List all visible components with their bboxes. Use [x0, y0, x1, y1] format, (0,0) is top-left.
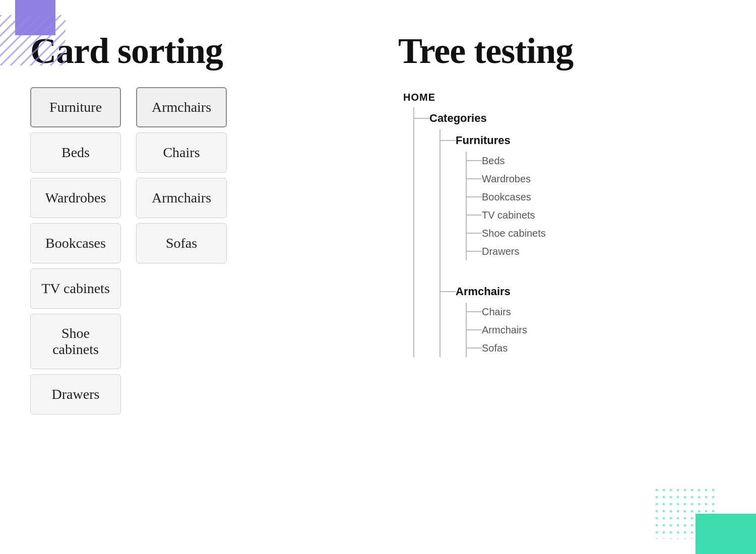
stripe-pattern — [0, 15, 66, 65]
card-armchairs-header[interactable]: Armchairs — [136, 87, 227, 127]
tree-categories-branch: Categories Furnitures — [413, 107, 726, 357]
tree-visualization: HOME Categories — [398, 87, 726, 357]
card-column-1: Furniture Beds Wardrobes Bookcases TV ca… — [30, 87, 121, 420]
home-label: HOME — [403, 92, 435, 103]
wardrobes-label: Wardrobes — [482, 173, 531, 185]
tree-row-wardrobes: Wardrobes — [467, 170, 726, 188]
card-sorting-title: Card sorting — [30, 30, 378, 72]
svg-rect-1 — [0, 15, 66, 65]
drawers-label: Drawers — [482, 246, 519, 257]
armchairs-children: Chairs Armchairs Sofas — [466, 303, 726, 357]
tree-row-sofas: Sofas — [467, 339, 726, 357]
armchairs-items: Chairs Armchairs Sofas — [467, 303, 726, 357]
card-armchairs[interactable]: Armchairs — [136, 178, 227, 218]
tree-row-categories: Categories — [414, 107, 726, 129]
card-column-2: Armchairs Chairs Armchairs Sofas — [136, 87, 227, 420]
furnitures-items: Beds Wardrobes Bookcases — [467, 152, 726, 260]
card-chairs[interactable]: Chairs — [136, 132, 227, 173]
furnitures-label: Furnitures — [456, 134, 511, 147]
left-panel: Card sorting Furniture Beds Wardrobes Bo… — [30, 10, 378, 544]
card-sofas[interactable]: Sofas — [136, 223, 227, 263]
card-furniture[interactable]: Furniture — [30, 87, 121, 127]
beds-label: Beds — [482, 155, 505, 167]
tree-row-drawers: Drawers — [467, 242, 726, 260]
card-bookcases[interactable]: Bookcases — [30, 223, 121, 263]
right-panel: Tree testing HOME Categories — [378, 10, 726, 544]
card-beds[interactable]: Beds — [30, 132, 121, 173]
deco-bottom-right — [665, 494, 756, 554]
armchairs-category-label: Armchairs — [456, 285, 511, 298]
furnitures-branch: Furnitures Beds — [439, 129, 726, 357]
armchairs-item-label: Armchairs — [482, 324, 527, 336]
tree-row-armchairs-item: Armchairs — [467, 321, 726, 339]
chairs-label: Chairs — [482, 306, 511, 318]
furnitures-children: Beds Wardrobes Bookcases — [466, 152, 726, 260]
dot-pattern — [655, 489, 716, 539]
sofas-label: Sofas — [482, 342, 508, 354]
tree-row-armchairs-category: Armchairs — [440, 281, 726, 303]
furnitures-children-inner: Beds Wardrobes Bookcases — [466, 152, 726, 260]
card-tv-cabinets[interactable]: TV cabinets — [30, 268, 121, 309]
tree-row-bookcases: Bookcases — [467, 188, 726, 206]
page-content: Card sorting Furniture Beds Wardrobes Bo… — [0, 0, 756, 554]
tree-row-chairs: Chairs — [467, 303, 726, 321]
tree-row-furnitures: Furnitures — [440, 129, 726, 152]
card-sorting-area: Furniture Beds Wardrobes Bookcases TV ca… — [30, 87, 378, 420]
tv-cabinets-label: TV cabinets — [482, 210, 535, 221]
deco-top-left — [0, 0, 66, 65]
tree-row-shoe-cabinets: Shoe cabinets — [467, 224, 726, 242]
armchairs-children-inner: Chairs Armchairs Sofas — [466, 303, 726, 357]
tree-row-beds: Beds — [467, 152, 726, 170]
bookcases-label: Bookcases — [482, 191, 531, 203]
tree-row-tv-cabinets: TV cabinets — [467, 206, 726, 224]
card-wardrobes[interactable]: Wardrobes — [30, 178, 121, 218]
shoe-cabinets-label: Shoe cabinets — [482, 228, 546, 239]
card-drawers[interactable]: Drawers — [30, 374, 121, 414]
svg-rect-3 — [655, 489, 716, 539]
card-shoe-cabinets[interactable]: Shoe cabinets — [30, 314, 121, 369]
tree-testing-title: Tree testing — [398, 30, 726, 72]
tree-node-home: HOME — [403, 87, 726, 107]
categories-label: Categories — [429, 112, 487, 125]
